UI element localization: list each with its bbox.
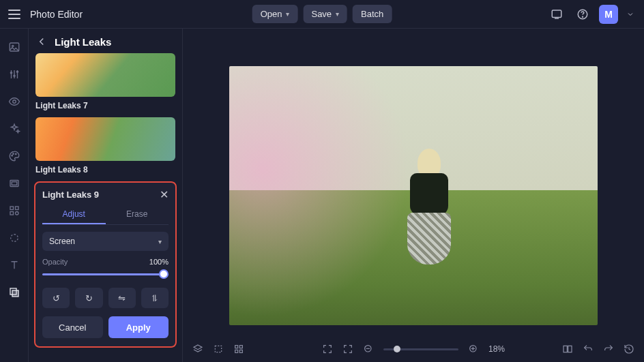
svg-rect-22	[235, 346, 238, 348]
panel-title: Light Leaks	[55, 36, 111, 48]
chevron-down-icon: ▾	[158, 238, 162, 245]
preset-label: Light Leaks 8	[35, 165, 175, 175]
fullscreen-icon[interactable]	[322, 344, 333, 355]
svg-point-4	[12, 45, 13, 46]
undo-icon[interactable]	[583, 344, 594, 355]
preset-label: Light Leaks 7	[35, 101, 175, 110]
rotate-ccw-button[interactable]: ↺	[42, 288, 70, 308]
svg-point-6	[13, 75, 14, 76]
chevron-down-icon: ▾	[286, 10, 289, 18]
chevron-down-icon: ▾	[336, 10, 339, 18]
ai-tool-icon[interactable]	[8, 123, 20, 135]
svg-rect-21	[215, 346, 221, 352]
adjust-tool-icon[interactable]	[8, 68, 20, 80]
opacity-value: 100%	[149, 258, 169, 266]
back-button[interactable]	[35, 35, 48, 48]
svg-rect-23	[239, 346, 242, 348]
blend-mode-select[interactable]: Screen ▾	[42, 232, 169, 251]
crop-tool-icon[interactable]	[8, 232, 20, 244]
svg-rect-18	[10, 235, 18, 242]
selection-icon[interactable]	[213, 344, 224, 355]
redo-icon[interactable]	[603, 344, 614, 355]
svg-rect-13	[12, 182, 17, 185]
svg-rect-24	[235, 350, 238, 352]
cancel-button[interactable]: Cancel	[42, 316, 103, 338]
avatar[interactable]: M	[599, 5, 618, 24]
account-dropdown-icon[interactable]	[625, 5, 636, 24]
help-icon[interactable]	[573, 5, 592, 24]
opacity-label: Opacity	[42, 258, 68, 266]
svg-point-5	[10, 72, 12, 74]
tab-adjust[interactable]: Adjust	[42, 205, 106, 224]
compare-icon[interactable]	[562, 344, 573, 355]
svg-rect-15	[15, 207, 18, 210]
svg-rect-14	[10, 207, 14, 210]
effect-name: Light Leaks 9	[42, 190, 99, 200]
close-icon[interactable]: ✕	[160, 188, 169, 201]
svg-rect-29	[568, 346, 572, 352]
apply-button[interactable]: Apply	[108, 316, 169, 338]
overlay-tool-icon[interactable]	[8, 286, 20, 299]
batch-button[interactable]: Batch	[353, 5, 392, 23]
menu-button[interactable]	[8, 10, 20, 19]
effect-settings-card: Light Leaks 9 ✕ Adjust Erase Screen ▾ Op…	[34, 181, 177, 348]
app-title: Photo Editor	[30, 9, 83, 20]
fit-screen-icon[interactable]	[342, 344, 353, 355]
visibility-tool-icon[interactable]	[8, 95, 20, 108]
svg-point-8	[12, 100, 16, 104]
rotate-cw-button[interactable]: ↻	[75, 288, 102, 308]
feedback-icon[interactable]	[547, 5, 566, 24]
flip-horizontal-button[interactable]: ⇋	[108, 288, 136, 308]
svg-rect-16	[10, 212, 14, 215]
svg-rect-25	[239, 350, 242, 352]
save-button[interactable]: Save▾	[303, 5, 347, 23]
svg-point-7	[16, 71, 18, 72]
history-icon[interactable]	[624, 344, 634, 355]
preset-item[interactable]: Light Leaks 8	[35, 117, 175, 175]
tab-erase[interactable]: Erase	[106, 205, 169, 224]
canvas-image[interactable]	[229, 66, 598, 325]
elements-tool-icon[interactable]	[8, 205, 20, 217]
preset-item[interactable]: Light Leaks 7	[35, 53, 175, 110]
grid-icon[interactable]	[233, 344, 244, 355]
svg-point-11	[15, 153, 16, 155]
svg-rect-28	[564, 346, 567, 352]
zoom-value: 18%	[488, 344, 505, 354]
preset-thumbnail	[35, 117, 175, 161]
open-button[interactable]: Open▾	[252, 5, 298, 23]
zoom-out-icon[interactable]	[363, 344, 374, 355]
frame-tool-icon[interactable]	[8, 177, 20, 190]
color-tool-icon[interactable]	[8, 150, 20, 162]
layers-icon[interactable]	[192, 344, 203, 355]
text-tool-icon[interactable]	[8, 259, 20, 271]
flip-vertical-button[interactable]: ⥮	[141, 288, 169, 308]
zoom-slider[interactable]	[383, 348, 458, 350]
svg-point-17	[15, 212, 18, 215]
svg-rect-0	[552, 10, 561, 18]
opacity-slider[interactable]	[42, 269, 169, 280]
svg-rect-20	[12, 290, 18, 297]
zoom-in-icon[interactable]	[468, 344, 479, 355]
svg-point-2	[583, 16, 583, 17]
svg-point-10	[12, 153, 14, 155]
image-tool-icon[interactable]	[8, 41, 20, 53]
preset-thumbnail	[35, 53, 175, 97]
svg-point-9	[11, 155, 12, 157]
